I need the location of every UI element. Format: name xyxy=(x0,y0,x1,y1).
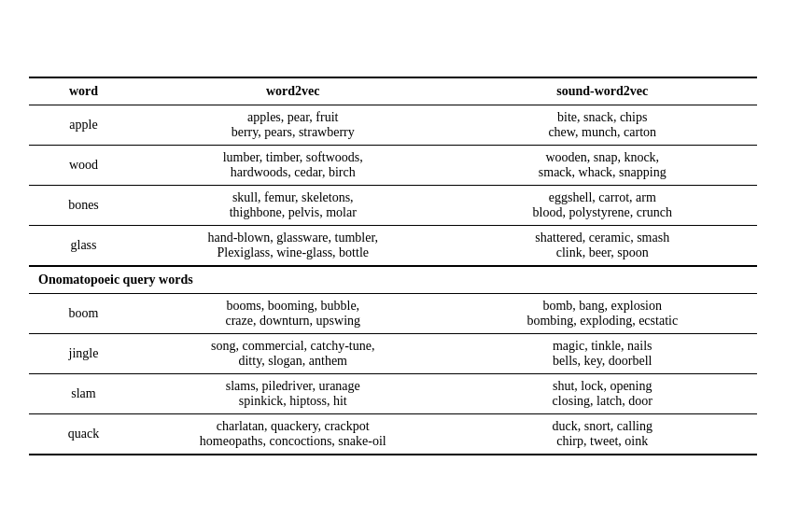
table-cell: slams, piledriver, uranagespinkick, hipt… xyxy=(138,374,448,414)
table-container: word word2vec sound-word2vec appleapples… xyxy=(29,77,757,455)
word-cell: jingle xyxy=(29,334,138,374)
word-cell: wood xyxy=(29,146,138,186)
table-cell: lumber, timber, softwoods,hardwoods, ced… xyxy=(138,146,448,186)
table-cell: hand-blown, glassware, tumbler,Plexiglas… xyxy=(138,226,448,267)
word-cell: glass xyxy=(29,226,138,267)
table-row: quackcharlatan, quackery, crackpothomeop… xyxy=(29,414,757,455)
table-cell: shattered, ceramic, smashclink, beer, sp… xyxy=(448,226,758,267)
table-cell: wooden, snap, knock,smack, whack, snappi… xyxy=(448,146,758,186)
header-sound-word2vec: sound-word2vec xyxy=(448,77,758,105)
table-body: appleapples, pear, fruitberry, pears, st… xyxy=(29,105,757,455)
table-cell: apples, pear, fruitberry, pears, strawbe… xyxy=(138,105,448,146)
word-cell: slam xyxy=(29,374,138,414)
comparison-table: word word2vec sound-word2vec appleapples… xyxy=(29,77,757,455)
table-row: bonesskull, femur, skeletons,thighbone, … xyxy=(29,186,757,226)
header-word: word xyxy=(29,77,138,105)
table-cell: magic, tinkle, nailsbells, key, doorbell xyxy=(448,334,758,374)
word-cell: quack xyxy=(29,414,138,455)
table-cell: shut, lock, openingclosing, latch, door xyxy=(448,374,758,414)
word-cell: apple xyxy=(29,105,138,146)
table-cell: bomb, bang, explosionbombing, exploding,… xyxy=(448,294,758,334)
table-row: appleapples, pear, fruitberry, pears, st… xyxy=(29,105,757,146)
table-cell: song, commercial, catchy-tune,ditty, slo… xyxy=(138,334,448,374)
table-row: glasshand-blown, glassware, tumbler,Plex… xyxy=(29,226,757,267)
header-word2vec: word2vec xyxy=(138,77,448,105)
table-cell: skull, femur, skeletons,thighbone, pelvi… xyxy=(138,186,448,226)
table-cell: booms, booming, bubble,craze, downturn, … xyxy=(138,294,448,334)
section-header-row: Onomatopoeic query words xyxy=(29,266,757,294)
table-row: woodlumber, timber, softwoods,hardwoods,… xyxy=(29,146,757,186)
header-row: word word2vec sound-word2vec xyxy=(29,77,757,105)
table-cell: bite, snack, chipschew, munch, carton xyxy=(448,105,758,146)
table-cell: eggshell, carrot, armblood, polystyrene,… xyxy=(448,186,758,226)
word-cell: bones xyxy=(29,186,138,226)
word-cell: boom xyxy=(29,294,138,334)
table-cell: charlatan, quackery, crackpothomeopaths,… xyxy=(138,414,448,455)
section-header-label: Onomatopoeic query words xyxy=(29,266,757,294)
table-cell: duck, snort, callingchirp, tweet, oink xyxy=(448,414,758,455)
table-row: slamslams, piledriver, uranagespinkick, … xyxy=(29,374,757,414)
table-row: boombooms, booming, bubble,craze, downtu… xyxy=(29,294,757,334)
table-row: jinglesong, commercial, catchy-tune,ditt… xyxy=(29,334,757,374)
